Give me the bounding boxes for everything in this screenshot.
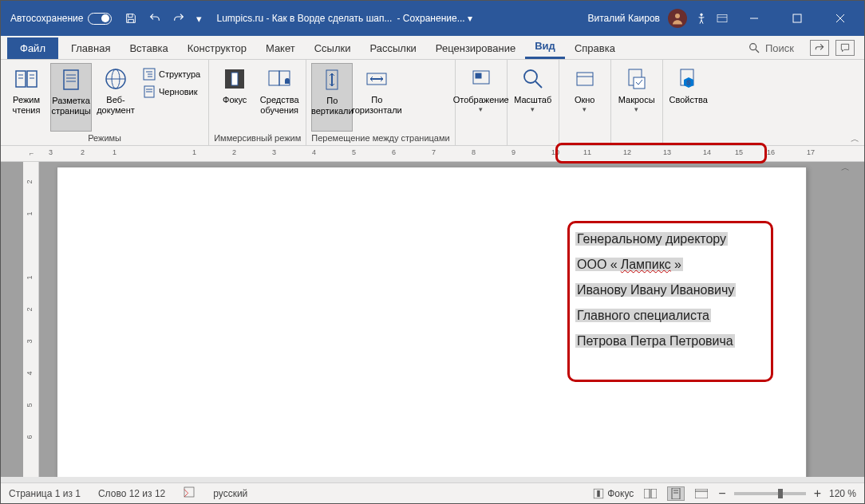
autosave-toggle[interactable] <box>88 13 112 25</box>
tab-file[interactable]: Файл <box>7 37 58 59</box>
comments-button[interactable] <box>835 40 855 56</box>
document-title: Lumpics.ru - Как в Ворде сделать шап... <box>216 13 392 24</box>
search-icon[interactable] <box>748 41 760 54</box>
minimize-button[interactable] <box>737 1 772 36</box>
tab-layout[interactable]: Макет <box>256 37 305 59</box>
web-layout-button[interactable]: Веб-документ <box>95 63 136 132</box>
properties-button[interactable]: S Свойства <box>668 63 709 141</box>
learning-tools-button[interactable]: Средства обучения <box>259 63 300 132</box>
svg-rect-58 <box>695 489 708 498</box>
language[interactable]: русский <box>213 488 247 499</box>
user-avatar[interactable] <box>668 9 687 28</box>
svg-rect-54 <box>651 489 657 498</box>
svg-rect-55 <box>672 488 680 499</box>
print-view-icon[interactable] <box>667 486 685 501</box>
zoom-in-icon[interactable]: + <box>814 486 821 501</box>
ribbon: Режим чтения Разметка страницы Веб-докум… <box>1 60 864 146</box>
user-name: Виталий Каиров <box>587 13 660 24</box>
web-view-icon[interactable] <box>693 486 710 501</box>
tab-review[interactable]: Рецензирование <box>426 37 525 59</box>
tab-insert[interactable]: Вставка <box>120 37 177 59</box>
undo-icon[interactable] <box>148 12 161 25</box>
svg-line-50 <box>184 490 188 494</box>
svg-point-8 <box>750 44 756 50</box>
autosave[interactable]: Автосохранение <box>10 13 112 25</box>
autosave-label: Автосохранение <box>10 13 83 24</box>
window-label: Окно <box>575 95 595 105</box>
tab-design[interactable]: Конструктор <box>178 37 256 59</box>
search-label[interactable]: Поиск <box>765 42 794 54</box>
redo-icon[interactable] <box>172 12 185 25</box>
tab-references[interactable]: Ссылки <box>305 37 361 59</box>
draft-button[interactable]: Черновик <box>140 84 203 100</box>
save-icon[interactable] <box>124 12 137 25</box>
zoom-value[interactable]: 120 % <box>829 488 856 499</box>
outline-label: Структура <box>159 69 200 79</box>
window-button[interactable]: Окно ▾ <box>564 63 606 141</box>
svg-rect-53 <box>644 489 650 498</box>
svg-rect-39 <box>476 73 481 78</box>
svg-rect-45 <box>634 77 645 89</box>
focus-label: Фокус <box>223 95 247 105</box>
ribbon-tabs: Файл Главная Вставка Конструктор Макет С… <box>1 36 864 60</box>
macros-button[interactable]: Макросы ▾ <box>616 63 658 141</box>
save-status: - Сохранение... ▾ <box>397 13 472 24</box>
horizontal-label: По горизонтали <box>352 95 402 116</box>
close-button[interactable] <box>823 1 858 36</box>
svg-line-9 <box>756 49 759 53</box>
zoom-out-icon[interactable]: − <box>718 486 725 501</box>
read-mode-label: Режим чтения <box>9 95 44 116</box>
show-button[interactable]: Отображение ▾ <box>460 63 502 141</box>
zoom-slider[interactable] <box>734 492 806 495</box>
svg-rect-2 <box>717 14 727 22</box>
ribbon-mode-icon[interactable] <box>716 12 729 25</box>
macros-label: Макросы <box>618 95 655 105</box>
learning-tools-label: Средства обучения <box>260 95 299 116</box>
horizontal-button[interactable]: По горизонтали <box>356 63 397 132</box>
focus-mode-label: Фокус <box>607 488 634 499</box>
immersive-group-label: Иммерсивный режим <box>214 132 301 145</box>
vertical-ruler[interactable]: 2 1 1 2 3 4 5 6 <box>23 162 39 477</box>
tab-help[interactable]: Справка <box>565 37 625 59</box>
svg-rect-5 <box>793 14 801 22</box>
maximize-button[interactable] <box>780 1 815 36</box>
web-layout-label: Веб-документ <box>97 95 135 116</box>
share-button[interactable] <box>810 40 829 56</box>
spell-check-icon[interactable] <box>183 486 196 501</box>
svg-rect-42 <box>577 73 593 85</box>
accessibility-icon[interactable] <box>695 12 708 25</box>
status-bar: Страница 1 из 1 Слово 12 из 12 русский Ф… <box>1 482 864 503</box>
zoom-label: Масштаб <box>514 95 551 105</box>
svg-rect-16 <box>64 70 78 89</box>
title-bar: Автосохранение ▾ Lumpics.ru - Как в Ворд… <box>1 1 864 36</box>
show-label: Отображение <box>453 95 509 105</box>
tab-view[interactable]: Вид <box>525 35 565 59</box>
views-group-label: Режимы <box>6 132 203 145</box>
word-count[interactable]: Слово 12 из 12 <box>98 488 165 499</box>
highlight-ruler <box>555 143 767 163</box>
collapse-ribbon-icon[interactable]: ︿ <box>851 133 859 145</box>
outline-button[interactable]: Структура <box>140 66 203 82</box>
vertical-button[interactable]: По вертикали <box>311 63 353 132</box>
zoom-button[interactable]: Масштаб ▾ <box>512 63 554 141</box>
svg-line-41 <box>535 81 542 88</box>
read-mode-button[interactable]: Режим чтения <box>6 63 47 132</box>
focus-button[interactable]: Фокус <box>214 63 255 132</box>
draft-label: Черновик <box>159 87 198 96</box>
tab-mailings[interactable]: Рассылки <box>360 37 425 59</box>
svg-rect-11 <box>27 71 37 87</box>
print-layout-label: Разметка страницы <box>51 96 90 116</box>
scroll-up-icon[interactable]: ︿ <box>837 162 853 176</box>
svg-rect-52 <box>597 490 600 496</box>
read-view-icon[interactable] <box>642 486 659 501</box>
svg-rect-32 <box>269 71 279 85</box>
svg-rect-31 <box>231 73 238 85</box>
page-count[interactable]: Страница 1 из 1 <box>9 488 81 499</box>
tab-home[interactable]: Главная <box>61 37 120 59</box>
svg-point-40 <box>524 70 537 83</box>
print-layout-button[interactable]: Разметка страницы <box>50 63 92 132</box>
pagemove-group-label: Перемещение между страницами <box>311 132 449 145</box>
properties-label: Свойства <box>669 95 708 105</box>
focus-mode[interactable]: Фокус <box>593 488 634 499</box>
svg-point-0 <box>675 14 680 18</box>
